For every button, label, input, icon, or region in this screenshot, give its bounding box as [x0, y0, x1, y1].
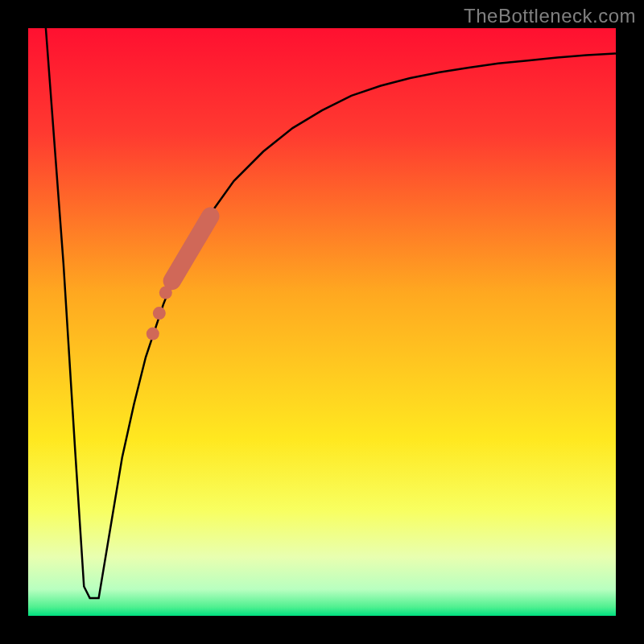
highlight-dot — [153, 307, 166, 320]
highlight-dot — [159, 287, 172, 299]
highlight-dot — [147, 328, 159, 341]
chart-svg — [0, 0, 644, 644]
watermark-text: TheBottleneck.com — [464, 5, 636, 27]
chart-container: TheBottleneck.com — [0, 0, 644, 644]
plot-area — [28, 28, 616, 616]
